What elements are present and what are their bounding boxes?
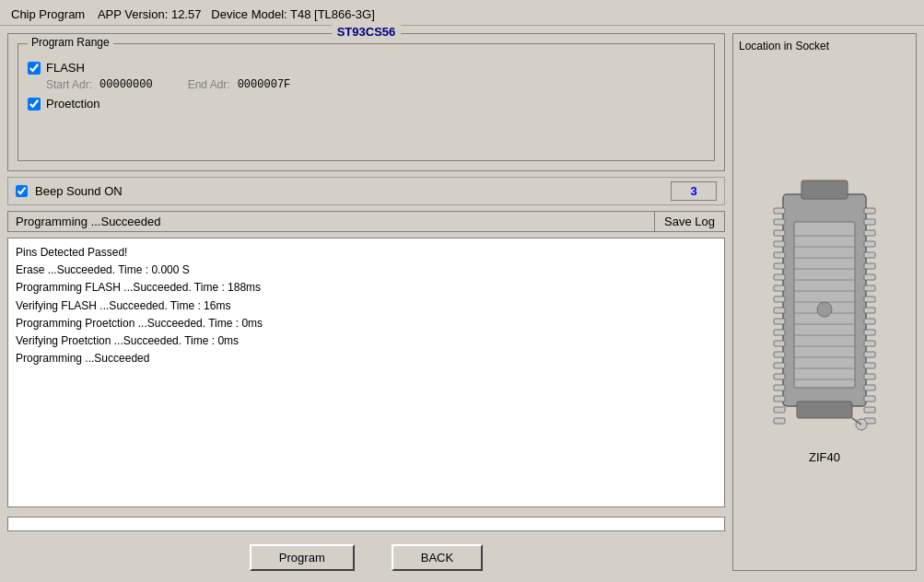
svg-rect-37 (864, 363, 875, 368)
flash-checkbox-row: FLASH (28, 61, 705, 75)
title-bar: Chip Program APP Version: 12.57 Device M… (0, 0, 924, 26)
count-box: 3 (671, 181, 717, 201)
svg-rect-34 (864, 330, 875, 335)
svg-rect-40 (864, 396, 875, 402)
svg-rect-22 (774, 418, 785, 424)
svg-rect-1 (801, 180, 848, 199)
end-adr-label: End Adr: (188, 78, 230, 91)
beep-label: Beep Sound ON (35, 184, 123, 198)
svg-rect-2 (797, 402, 852, 418)
protection-checkbox[interactable] (28, 98, 41, 111)
protection-checkbox-row: Proetction (28, 97, 705, 111)
log-line: Programming FLASH ...Succeeded. Time : 1… (16, 279, 717, 297)
svg-rect-28 (864, 263, 875, 269)
svg-rect-16 (774, 352, 785, 357)
svg-rect-30 (864, 285, 875, 291)
log-line: Erase ...Succeeded. Time : 0.000 S (16, 262, 717, 279)
log-line: Verifying Proetction ...Succeeded. Time … (16, 332, 717, 350)
svg-rect-7 (774, 252, 785, 258)
svg-rect-38 (864, 374, 875, 379)
app-title: Chip Program (11, 7, 85, 21)
svg-rect-5 (774, 230, 785, 236)
svg-rect-29 (864, 274, 875, 280)
svg-rect-8 (774, 263, 785, 269)
svg-rect-26 (864, 241, 875, 247)
svg-rect-9 (774, 274, 785, 280)
app-version: APP Version: 12.57 (98, 7, 202, 21)
zif-socket-svg (765, 167, 884, 443)
svg-rect-14 (774, 330, 785, 335)
svg-rect-18 (774, 374, 785, 379)
log-area: Pins Detected Passed!Erase ...Succeeded.… (7, 238, 725, 507)
protection-label: Proetction (46, 97, 100, 111)
addr-row: Start Adr: 00000000 End Adr: 0000007F (46, 78, 705, 91)
beep-row: Beep Sound ON 3 (7, 177, 725, 205)
svg-rect-24 (864, 219, 875, 225)
left-panel: ST93CS56 Program Range FLASH Start Adr: … (7, 33, 725, 571)
device-model: Device Model: T48 [TL866-3G] (211, 7, 375, 21)
end-adr-value: 0000007F (238, 78, 291, 91)
log-line: Programming Proetction ...Succeeded. Tim… (16, 315, 717, 332)
program-range-group: Program Range FLASH Start Adr: 00000000 … (18, 43, 715, 161)
status-row: Programming ...Succeeded Save Log (7, 211, 725, 232)
flash-checkbox[interactable] (28, 62, 41, 75)
start-adr-label: Start Adr: (46, 78, 92, 91)
bottom-buttons: Program BACK (7, 544, 725, 571)
progress-bar-outer (7, 517, 725, 531)
right-panel: Location in Socket (732, 33, 917, 571)
socket-container: ZIF40 (765, 65, 884, 565)
main-content: ST93CS56 Program Range FLASH Start Adr: … (0, 26, 924, 578)
svg-rect-11 (774, 297, 785, 302)
svg-rect-13 (774, 319, 785, 324)
svg-rect-15 (774, 341, 785, 346)
save-log-button[interactable]: Save Log (654, 211, 725, 232)
svg-rect-23 (864, 208, 875, 214)
svg-rect-19 (774, 385, 785, 390)
back-button[interactable]: BACK (392, 544, 483, 571)
start-adr-value: 00000000 (99, 78, 153, 91)
svg-rect-6 (774, 241, 785, 247)
svg-rect-39 (864, 385, 875, 390)
svg-rect-41 (864, 407, 875, 413)
svg-rect-35 (864, 341, 875, 346)
svg-rect-21 (774, 407, 785, 413)
program-range-legend: Program Range (28, 36, 113, 49)
svg-rect-33 (864, 319, 875, 324)
flash-label: FLASH (46, 61, 85, 75)
log-line: Programming ...Succeeded (16, 350, 717, 367)
svg-rect-4 (774, 219, 785, 225)
svg-rect-36 (864, 352, 875, 357)
svg-rect-17 (774, 363, 785, 368)
status-text: Programming ...Succeeded (7, 211, 654, 232)
log-line: Verifying FLASH ...Succeeded. Time : 16m… (16, 297, 717, 315)
svg-rect-20 (774, 396, 785, 402)
program-range-section: ST93CS56 Program Range FLASH Start Adr: … (7, 33, 725, 171)
progress-row (7, 517, 725, 531)
socket-section-label: Location in Socket (739, 40, 829, 52)
svg-rect-10 (774, 285, 785, 291)
socket-name-label: ZIF40 (809, 450, 840, 464)
svg-rect-25 (864, 230, 875, 236)
log-line: Pins Detected Passed! (16, 244, 717, 262)
program-button[interactable]: Program (250, 544, 355, 571)
svg-rect-31 (864, 297, 875, 302)
svg-rect-27 (864, 252, 875, 258)
svg-rect-12 (774, 308, 785, 313)
beep-checkbox[interactable] (16, 185, 28, 197)
svg-rect-3 (774, 208, 785, 214)
chip-tab-label: ST93CS56 (332, 25, 402, 39)
svg-point-58 (817, 302, 832, 317)
svg-rect-32 (864, 308, 875, 313)
